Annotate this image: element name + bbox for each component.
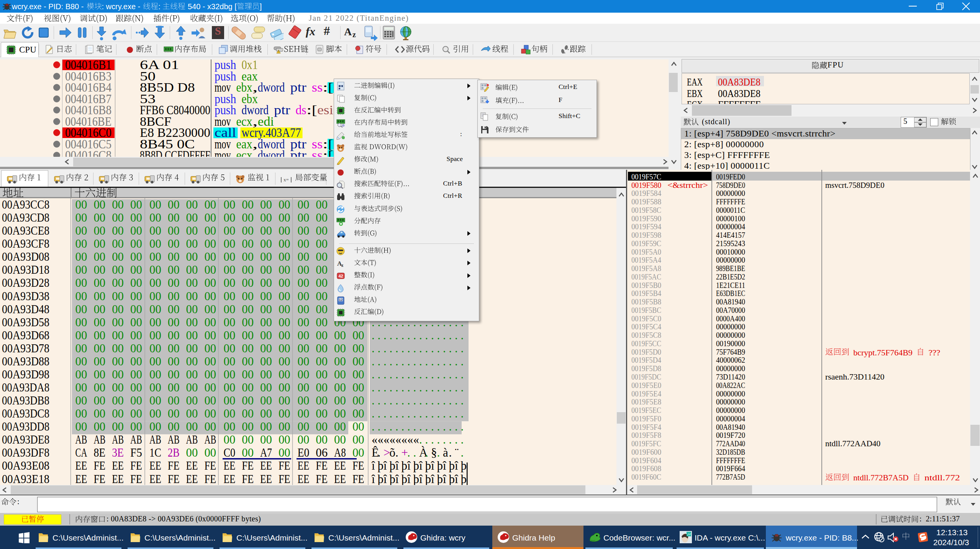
svg-text:00: 00 <box>316 407 328 420</box>
svg-text:FE: FE <box>93 459 105 472</box>
svg-text:EE: EE <box>334 472 346 485</box>
svg-text:00: 00 <box>316 368 328 381</box>
svg-text:00: 00 <box>75 381 87 394</box>
svg-text:î: î <box>419 459 423 472</box>
svg-text:00: 00 <box>130 276 142 289</box>
svg-text:EE: EE <box>75 459 87 472</box>
svg-text:.: . <box>425 355 428 368</box>
svg-text:00: 00 <box>224 420 236 433</box>
svg-text:.: . <box>407 368 410 381</box>
svg-text:00: 00 <box>242 446 254 459</box>
svg-text:00: 00 <box>75 407 87 420</box>
svg-text:.: . <box>449 420 452 433</box>
svg-text:00A93E18: 00A93E18 <box>2 472 49 485</box>
svg-text:.: . <box>383 420 387 433</box>
svg-text:.: . <box>372 368 375 381</box>
svg-text:0019F5E0: 0019F5E0 <box>631 381 661 390</box>
svg-text:00: 00 <box>298 302 310 316</box>
svg-text:EAX: EAX <box>687 76 703 88</box>
svg-text:.: . <box>449 446 452 459</box>
svg-text:00: 00 <box>334 329 346 342</box>
svg-text:00: 00 <box>352 420 364 433</box>
svg-text:00: 00 <box>204 276 216 289</box>
svg-text:.: . <box>449 407 452 420</box>
svg-text:00: 00 <box>204 289 216 303</box>
svg-text:00: 00 <box>186 355 198 368</box>
svg-text:.: . <box>443 420 446 433</box>
svg-text:00: 00 <box>112 224 124 237</box>
svg-text:00: 00 <box>112 381 124 394</box>
svg-text:þ: þ <box>449 472 455 485</box>
svg-text:00: 00 <box>316 329 328 342</box>
svg-text:00: 00 <box>168 276 180 289</box>
svg-text:EE: EE <box>298 472 310 485</box>
svg-text:.: . <box>407 329 410 342</box>
svg-text:0019F5D4: 0019F5D4 <box>631 355 661 365</box>
svg-text:ds: ds <box>296 103 306 117</box>
svg-text:00: 00 <box>149 224 161 237</box>
svg-text:00: 00 <box>204 446 216 459</box>
svg-text:î: î <box>454 472 459 485</box>
svg-text:.: . <box>425 381 428 394</box>
svg-text:00: 00 <box>186 407 198 420</box>
svg-text:.: . <box>461 420 464 433</box>
svg-text:0019F5E8: 0019F5E8 <box>631 397 661 406</box>
svg-text:.: . <box>425 342 428 355</box>
svg-text:0019F5A4: 0019F5A4 <box>631 255 661 265</box>
svg-text:0000011C: 0000011C <box>716 205 745 215</box>
svg-text:00: 00 <box>149 250 161 263</box>
svg-text:00: 00 <box>130 355 142 368</box>
svg-text:EE: EE <box>334 459 346 472</box>
svg-text:00: 00 <box>242 316 254 329</box>
svg-text:þ: þ <box>425 472 431 485</box>
svg-text:.: . <box>437 394 440 407</box>
svg-text:00: 00 <box>149 237 161 250</box>
svg-text:00: 00 <box>112 394 124 407</box>
svg-text:00: 00 <box>334 433 346 446</box>
svg-text:00: 00 <box>112 250 124 263</box>
svg-text:00000000: 00000000 <box>716 189 745 198</box>
svg-text:0000A400: 0000A400 <box>716 314 745 323</box>
svg-text:00: 00 <box>186 316 198 329</box>
svg-text:00: 00 <box>316 250 328 263</box>
svg-text:00: 00 <box>186 342 198 355</box>
svg-text:.: . <box>378 394 381 407</box>
svg-text:.: . <box>413 368 416 381</box>
svg-text:00000000: 00000000 <box>716 255 745 265</box>
svg-text:î: î <box>383 472 387 485</box>
svg-text:ss: ss <box>312 81 323 94</box>
svg-text:00: 00 <box>149 263 161 276</box>
svg-text:00: 00 <box>242 381 254 394</box>
svg-text:00A93D58: 00A93D58 <box>2 316 49 329</box>
svg-text:0019F5B8: 0019F5B8 <box>631 297 661 306</box>
svg-text:.: . <box>378 368 381 381</box>
svg-text:.: . <box>431 368 434 381</box>
svg-text:FE: FE <box>352 472 364 485</box>
svg-text:00: 00 <box>130 316 142 329</box>
svg-text:0019FED0: 0019FED0 <box>716 172 745 181</box>
svg-text:.: . <box>437 420 440 433</box>
svg-text:.: . <box>395 329 398 342</box>
svg-text:00: 00 <box>75 368 87 381</box>
svg-text:32D185DB: 32D185DB <box>716 447 745 457</box>
svg-text:.: . <box>402 381 405 394</box>
svg-text:00: 00 <box>149 316 161 329</box>
svg-text:î: î <box>442 472 447 485</box>
svg-text:00: 00 <box>224 302 236 316</box>
svg-text:00: 00 <box>352 433 364 446</box>
svg-text:00: 00 <box>334 420 346 433</box>
svg-text:00: 00 <box>186 381 198 394</box>
svg-text:.: . <box>407 420 410 433</box>
svg-text:x=: x= <box>284 177 289 182</box>
svg-text:.: . <box>449 433 452 446</box>
svg-text:00: 00 <box>130 394 142 407</box>
svg-text:00190000: 00190000 <box>716 339 745 348</box>
svg-text:.: . <box>407 355 410 368</box>
svg-text:00: 00 <box>352 368 364 381</box>
svg-text:00A93D88: 00A93D88 <box>2 355 49 368</box>
svg-text:00: 00 <box>260 407 272 420</box>
svg-text:.: . <box>449 381 452 394</box>
svg-text:.: . <box>407 446 410 459</box>
svg-text:00: 00 <box>93 420 105 433</box>
svg-text:2B: 2B <box>168 446 180 459</box>
